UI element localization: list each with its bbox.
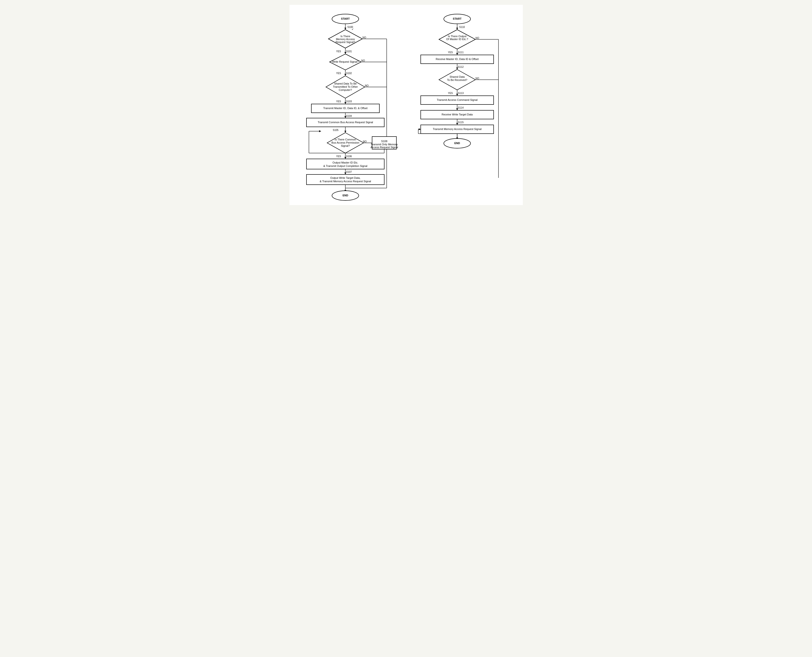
page: START S100 ↙ Is There Memory Access Requ… [290,5,523,205]
b-bus-text: Transmit Common Bus Access Request Signa… [318,121,373,124]
b-output-line1: Output Master ID Etc. [332,161,358,164]
d-shared-line2: Transmitted To Other [333,85,358,88]
s108-label: S108 [381,140,387,143]
s103-label: S103 [346,100,352,103]
s100-slash: ↙ [352,28,354,30]
d-write-no: NO [361,59,365,62]
d-shared-line1: Shared Data To Be [334,82,357,85]
d-memory-line2: Memory Access [336,38,355,40]
b-only-line1: Transmit Only Memory [371,143,397,146]
b-write-line2: & Transmit Memory Access Request Signal [320,180,371,183]
right-end-label: END [454,142,460,145]
b-write2-text: Receive Write Target Data [442,113,473,116]
d-memory-yes: YES [336,50,341,53]
b-access-text: Transmit Access Command Signal [437,98,478,101]
d-perm-yes: YES [336,155,341,158]
d-shared-no: NO [365,84,368,87]
b-transmit-text: Transmit Memory Access Request Signal [433,128,482,131]
s113-label: S113 [458,92,464,95]
s112-label: S112 [458,65,464,68]
right-start-label: START [453,17,461,20]
s102-label: S102 [346,72,352,75]
svg-marker-44 [456,28,458,30]
d-perm-line2: Bus Access Permission [331,141,359,144]
d-shared2-line1: Shared Data [450,75,465,78]
s110-label: S110 [459,26,465,28]
b-master-text: Transmit Master ID, Data ID, & Offset [323,107,367,110]
svg-marker-23 [319,130,321,132]
b-write-line1: Output Write Target Data, [330,176,360,179]
d-master-line1: Is There Output [448,35,466,38]
svg-marker-66 [419,128,421,130]
d-master-line2: Of Master ID Etc.? [446,38,468,40]
d-memory-no: NO [362,36,366,39]
s105-label: S105 [333,129,338,131]
s101-label: S101 [346,50,352,53]
d-shared2-no: NO [475,77,479,80]
left-flowchart: START S100 ↙ Is There Memory Access Requ… [297,12,401,198]
d-shared-line3: Computer? [338,89,352,91]
right-flowchart: START S110 Is There Output Of Master ID … [411,12,516,198]
d-master-yes: YES [448,51,452,54]
d-shared2-line2: To Be Received? [447,78,467,81]
s104-label: S104 [346,115,352,117]
s114-label: S114 [458,106,464,109]
b-output-line2: & Transmit Output Completion Signal [323,165,367,167]
left-end-label: END [343,194,348,197]
d-shared2-yes: YES [448,92,452,95]
s106-label: S106 [346,155,352,158]
d-shared-yes: YES [336,100,341,103]
b-only-line2: Access Request Signal [370,146,398,149]
svg-marker-2 [344,28,346,30]
d-memory-line3: Request Signal? [335,40,355,44]
d-write-text: Write Request Signal? [332,60,358,63]
d-memory-line1: Is There [340,35,350,38]
svg-rect-32 [307,159,384,169]
d-perm-line3: Signal? [341,144,350,147]
d-perm-no: NO [363,140,366,143]
d-master-no: NO [475,37,479,39]
s111-label: S111 [458,51,464,54]
s107-label: S107 [346,171,352,173]
b-receive-text: Receive Master ID, Data ID & Offset [436,58,478,61]
d-perm-line1: Is There Common [335,138,356,141]
d-write-yes: YES [336,72,341,75]
svg-marker-21 [344,131,346,133]
left-start-label: START [341,17,350,20]
s115-label: S115 [458,121,464,124]
